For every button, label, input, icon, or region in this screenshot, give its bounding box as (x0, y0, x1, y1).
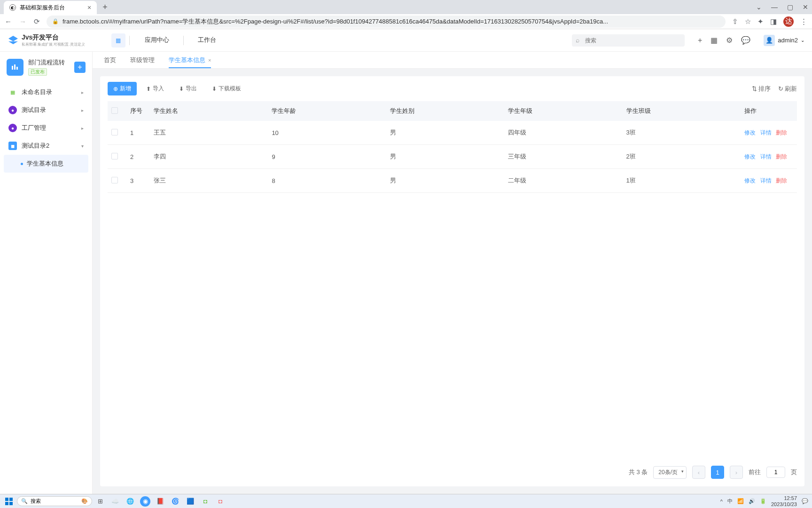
tab-close-icon[interactable]: × (87, 4, 91, 11)
plus-icon[interactable]: + (698, 36, 702, 45)
detail-link[interactable]: 详情 (760, 177, 772, 184)
edit-link[interactable]: 修改 (744, 153, 756, 160)
row-checkbox[interactable] (111, 153, 118, 159)
share-icon[interactable]: ⇧ (732, 17, 738, 26)
back-icon[interactable]: ← (5, 17, 12, 26)
user-menu[interactable]: 👤 admin2 ⌄ (764, 35, 804, 46)
logo-text: Jvs开发平台 (22, 33, 85, 42)
edge-icon[interactable]: 🌀 (170, 496, 180, 507)
close-window-icon[interactable]: ✕ (803, 3, 808, 11)
page-prev-button[interactable]: ‹ (692, 466, 705, 479)
module-switcher-icon[interactable]: ▦ (111, 33, 125, 48)
plus-icon: ⊕ (113, 86, 118, 92)
battery-icon[interactable]: 🔋 (760, 498, 766, 504)
detail-link[interactable]: 详情 (760, 153, 772, 160)
taskbar-search[interactable]: 🔍 搜索 🎨 (17, 496, 92, 506)
content-tabs: 首页 班级管理 学生基本信息 × (93, 52, 812, 69)
tab-close-icon[interactable]: × (208, 57, 211, 63)
sidepanel-icon[interactable]: ◨ (770, 17, 777, 26)
new-tab-button[interactable]: + (102, 2, 108, 12)
nav-app-center[interactable]: 应用中心 (145, 36, 169, 45)
sidebar-item-factory[interactable]: ● 工厂管理 ▸ (4, 119, 88, 137)
sort-button[interactable]: ⇅ 排序 (752, 85, 771, 93)
forward-icon[interactable]: → (19, 17, 26, 26)
logo[interactable]: Jvs开发平台 私有部署.集成扩展.可视配置.灵活定义 (8, 33, 85, 47)
import-button[interactable]: ⬆ 导入 (141, 82, 170, 95)
chevron-right-icon: ▸ (81, 126, 84, 131)
delete-link[interactable]: 删除 (776, 129, 787, 136)
browser-tab[interactable]: ◐ 基础框架服务后台 × (4, 1, 97, 14)
divider (183, 36, 184, 45)
sidebar-add-button[interactable]: + (74, 62, 86, 73)
sidebar-item-test2[interactable]: ◼ 测试目录2 ▾ (4, 137, 88, 155)
add-button[interactable]: ⊕ 新增 (108, 82, 137, 95)
gear-icon[interactable]: ⚙ (726, 36, 733, 45)
nav-workbench[interactable]: 工作台 (198, 36, 216, 45)
app-icon[interactable]: ◘ (215, 496, 226, 507)
edit-link[interactable]: 修改 (744, 177, 756, 184)
extensions-icon[interactable]: ✦ (757, 17, 764, 26)
row-checkbox[interactable] (111, 129, 118, 135)
app-icon[interactable]: 🟦 (185, 496, 195, 507)
sidebar-subitem-label: 学生基本信息 (27, 159, 63, 168)
app-icon[interactable]: ◉ (140, 496, 150, 507)
sidebar-item-label: 测试目录2 (22, 142, 49, 150)
content-area: 首页 班级管理 学生基本信息 × ⊕ 新增 ⬆ 导入 (93, 52, 812, 494)
table-container: 序号 学生姓名 学生年龄 学生姓别 学生年级 学生班级 操作 1 王五 10 男… (100, 101, 804, 458)
date-text: 2023/10/23 (771, 501, 797, 507)
volume-icon[interactable]: 🔊 (749, 498, 755, 504)
header-right-icons: + ▦ ⚙ 💬 (698, 36, 750, 45)
tab-student-info[interactable]: 学生基本信息 × (169, 52, 211, 68)
cell-class: 2班 (623, 145, 741, 169)
detail-link[interactable]: 详情 (760, 129, 772, 136)
delete-link[interactable]: 删除 (776, 177, 787, 184)
cell-index: 2 (126, 145, 150, 169)
maximize-icon[interactable]: ▢ (787, 3, 793, 11)
edit-link[interactable]: 修改 (744, 129, 756, 136)
profile-avatar[interactable]: 达 (783, 16, 794, 27)
wifi-icon[interactable]: 📶 (737, 498, 744, 504)
page-size-select[interactable]: 20条/页 ▾ (653, 466, 687, 479)
refresh-button[interactable]: ↻ 刷新 (778, 85, 797, 93)
weather-icon[interactable]: ☁️ (110, 496, 120, 507)
cell-grade: 二年级 (504, 169, 622, 193)
cell-age: 10 (268, 121, 386, 145)
app-icon[interactable]: ◘ (200, 496, 211, 507)
notification-icon[interactable]: 💬 (802, 498, 808, 504)
export-button[interactable]: ⬇ 导出 (173, 82, 203, 95)
row-checkbox[interactable] (111, 177, 118, 183)
reload-icon[interactable]: ⟳ (34, 17, 40, 26)
app-icon[interactable]: 📕 (155, 496, 165, 507)
grid-icon[interactable]: ▦ (710, 36, 718, 45)
tray-clock[interactable]: 12:57 2023/10/23 (771, 495, 797, 507)
page-next-button[interactable]: › (730, 466, 743, 479)
folder-icon: ▦ (8, 88, 17, 96)
taskview-icon[interactable]: ⊞ (95, 496, 105, 507)
cell-index: 3 (126, 169, 150, 193)
minimize-icon[interactable]: — (771, 3, 778, 11)
goto-suffix: 页 (791, 468, 797, 476)
taskbar-apps: ⊞ ☁️ 🌐 ◉ 📕 🌀 🟦 ◘ ◘ (95, 496, 226, 507)
ime-indicator[interactable]: 中 (727, 498, 733, 505)
start-button[interactable] (4, 496, 14, 507)
search-placeholder: 搜索 (31, 498, 41, 505)
url-input[interactable]: 🔒 frame.bctools.cn/#/myiframe/urlPath?na… (47, 16, 726, 28)
chevron-down-icon[interactable]: ⌄ (756, 3, 762, 11)
sidebar-item-test[interactable]: ● 测试目录 ▸ (4, 101, 88, 119)
goto-page-input[interactable] (766, 467, 785, 478)
button-label: 新增 (120, 85, 131, 93)
tab-home[interactable]: 首页 (104, 52, 116, 68)
search-input[interactable] (572, 34, 685, 47)
sidebar-subitem-student-info[interactable]: 学生基本信息 (4, 155, 88, 173)
chat-icon[interactable]: 💬 (741, 36, 750, 45)
download-template-button[interactable]: ⬇ 下载模板 (206, 82, 247, 95)
star-icon[interactable]: ☆ (745, 17, 751, 26)
page-number-button[interactable]: 1 (711, 466, 724, 479)
menu-icon[interactable]: ⋮ (800, 17, 807, 26)
delete-link[interactable]: 删除 (776, 153, 787, 160)
tray-chevron-icon[interactable]: ^ (720, 499, 723, 504)
tab-class-mgmt[interactable]: 班级管理 (130, 52, 155, 68)
sidebar-item-unnamed[interactable]: ▦ 未命名目录 ▸ (4, 83, 88, 101)
select-all-checkbox[interactable] (111, 107, 118, 114)
chrome-icon[interactable]: 🌐 (125, 496, 135, 507)
